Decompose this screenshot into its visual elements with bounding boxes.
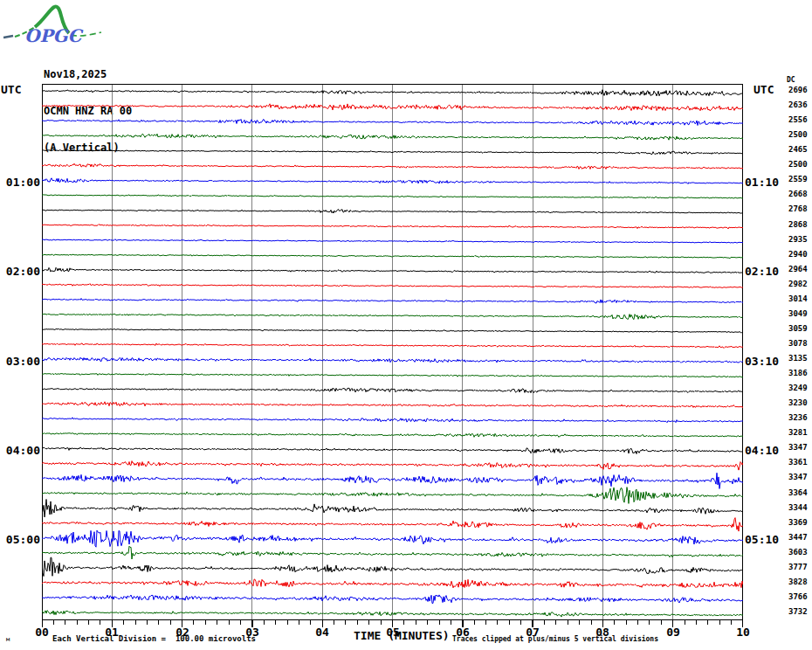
x-tick-label: 00 <box>31 626 52 639</box>
dc-value: 3135 <box>788 354 808 363</box>
dc-value: 3230 <box>788 398 808 407</box>
utc-label-left: UTC <box>1 83 21 96</box>
dc-value: 3361 <box>788 458 808 467</box>
dc-value: 2559 <box>788 175 808 183</box>
clip-note: Traces clipped at plus/minus 5 vertical … <box>452 635 658 643</box>
dc-value: 3766 <box>788 592 808 601</box>
dc-value: 2768 <box>788 204 808 213</box>
dc-value: 3344 <box>788 503 808 512</box>
dc-value: 3236 <box>788 413 808 422</box>
dc-value: 3186 <box>788 369 808 377</box>
logo-text: OPGC <box>24 25 84 45</box>
hour-label-right: 04:10 <box>745 444 785 457</box>
dc-value: 3447 <box>788 533 808 542</box>
dc-value: 2556 <box>788 115 808 124</box>
dc-value: 3828 <box>788 577 808 586</box>
dc-value: 3249 <box>788 384 808 392</box>
dc-value: 3364 <box>788 488 808 497</box>
dc-value: 3369 <box>788 518 808 527</box>
header-date: Nov18,2025 <box>44 68 132 80</box>
dc-value: 2940 <box>788 250 808 259</box>
dc-value: 3049 <box>788 309 808 318</box>
dc-value: 2935 <box>788 235 808 244</box>
hour-label-right: 05:10 <box>745 533 785 546</box>
dc-value: 3347 <box>788 473 808 481</box>
helicorder-plot <box>42 84 743 631</box>
hour-label-right: 03:10 <box>745 355 785 368</box>
footer-left-mark: м <box>6 636 10 643</box>
dc-value: 3777 <box>788 563 808 571</box>
hour-label-left: 03:00 <box>0 355 40 368</box>
dc-value: 2868 <box>788 220 808 229</box>
dc-value: 2636 <box>788 100 808 109</box>
logo-dash-left <box>3 36 13 38</box>
hour-label-right: 02:10 <box>745 265 785 278</box>
webicorder-page: OPGC Nov18,2025 OCMN HNZ RA 00 (A Vertic… <box>0 0 812 650</box>
dc-value: 3603 <box>788 548 808 557</box>
dc-value: 3078 <box>788 339 808 348</box>
dc-value: 3281 <box>788 428 808 437</box>
dc-value: 2500 <box>788 160 808 169</box>
dc-value: 3732 <box>788 607 808 616</box>
dc-value: 2696 <box>788 86 808 94</box>
hour-label-left: 02:00 <box>0 265 40 278</box>
x-tick-label: 04 <box>312 626 333 639</box>
hour-label-left: 05:00 <box>0 533 40 546</box>
x-tick-label: 09 <box>663 626 684 639</box>
dc-value: 2668 <box>788 190 808 198</box>
dc-value: 2465 <box>788 145 808 154</box>
dc-value: 3347 <box>788 443 808 452</box>
dc-column-header: DC <box>787 76 795 84</box>
x-axis-title: TIME (MINUTES) <box>354 629 450 642</box>
hour-label-left: 01:00 <box>0 176 40 189</box>
dc-value: 3059 <box>788 324 808 333</box>
scale-note: Each Vertical Division = 100.00 microvol… <box>52 634 256 643</box>
hour-label-right: 01:10 <box>745 176 785 189</box>
dc-value: 2500 <box>788 130 808 139</box>
opgc-logo: OPGC <box>2 2 105 45</box>
hour-label-left: 04:00 <box>0 444 40 457</box>
dc-value: 2964 <box>788 265 808 273</box>
dc-value: 2982 <box>788 280 808 288</box>
utc-label-right: UTC <box>754 83 774 96</box>
dc-value: 3014 <box>788 294 808 303</box>
x-tick-label: 10 <box>733 626 754 639</box>
